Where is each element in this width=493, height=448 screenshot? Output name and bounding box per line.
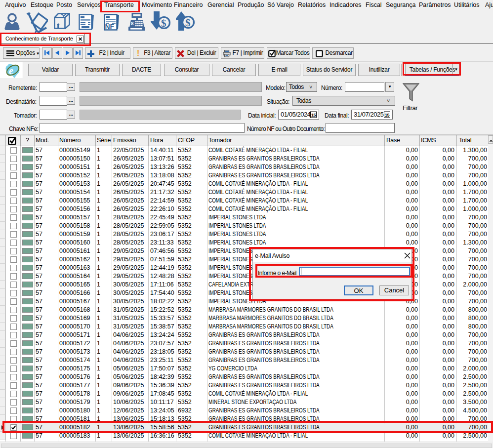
svg-text:$: $ xyxy=(161,17,166,29)
svg-text:e: e xyxy=(9,65,13,76)
svg-text:NF: NF xyxy=(105,23,115,31)
svg-text:15: 15 xyxy=(385,113,390,118)
svg-text:15: 15 xyxy=(311,113,316,118)
svg-text:$: $ xyxy=(185,17,191,29)
svg-text:8: 8 xyxy=(131,20,134,26)
